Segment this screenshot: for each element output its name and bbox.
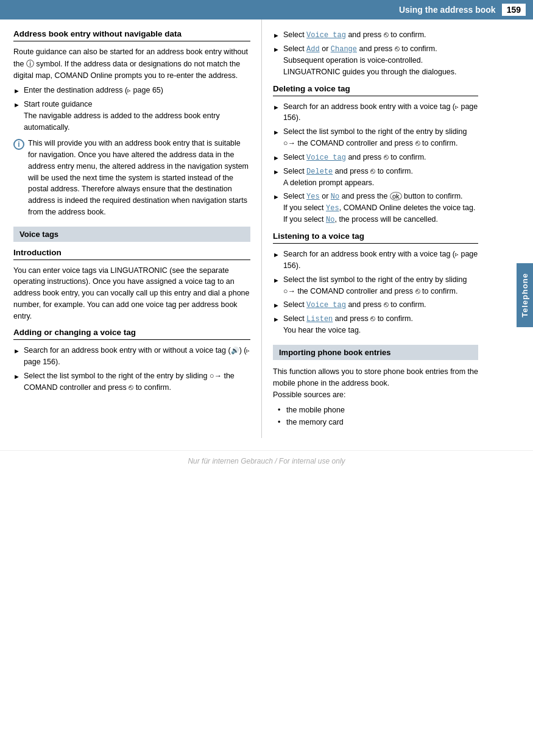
bullet-del-search: ► Search for an address book entry with … xyxy=(273,101,478,124)
introduction-body: You can enter voice tags via LINGUATRONI… xyxy=(13,265,250,322)
bullet-arrow-icon12: ► xyxy=(273,250,280,260)
introduction-heading: Introduction xyxy=(13,248,250,257)
section1-divider xyxy=(13,41,250,41)
bullet-arrow-icon7: ► xyxy=(273,102,280,113)
bullet-lis-voice-tag-text: Select Voice tag and press ⎋ to confirm. xyxy=(283,299,426,311)
bullet-search-voice-text: Search for an address book entry with or… xyxy=(24,345,250,368)
listening-divider xyxy=(273,243,478,244)
dot-list-item: the memory card xyxy=(278,416,478,428)
section1-heading: Address book entry without navigable dat… xyxy=(13,29,250,38)
right-column: ► Select Voice tag and press ⎋ to confir… xyxy=(262,19,509,438)
listening-heading: Listening to a voice tag xyxy=(273,231,478,241)
bullet-start-route: ► Start route guidanceThe navigable addr… xyxy=(13,99,250,133)
bullet-arrow-icon5: ► xyxy=(273,30,280,41)
dot-list: the mobile phone the memory card xyxy=(273,404,478,428)
bullet-lis-listen-text: Select Listen and press ⎋ to confirm.You… xyxy=(283,313,413,336)
header-bar: Using the address book 159 xyxy=(0,0,533,19)
deleting-heading: Deleting a voice tag xyxy=(273,84,478,93)
bullet-del-search-text: Search for an address book entry with a … xyxy=(283,101,478,124)
bullet-arrow-icon3: ► xyxy=(13,346,20,356)
bullet-voice-tag-confirm-text: Select Voice tag and press ⎋ to confirm. xyxy=(283,29,426,41)
bullet-add-change: ► Select Add or Change and press ⎋ to co… xyxy=(273,43,478,78)
info-text: This will provide you with an address bo… xyxy=(28,138,250,217)
section1-body: Route guidance can also be started for a… xyxy=(13,46,250,81)
bullet-voice-tag-confirm: ► Select Voice tag and press ⎋ to confir… xyxy=(273,29,478,41)
dot-list-item: the mobile phone xyxy=(278,404,478,416)
bullet-arrow-icon: ► xyxy=(13,86,20,96)
introduction-divider xyxy=(13,260,250,260)
footer: Nur für internen Gebrauch / For internal… xyxy=(0,450,533,475)
bullet-del-list: ► Select the list symbol to the right of… xyxy=(273,126,478,149)
bullet-del-voice-tag-text: Select Voice tag and press ⎋ to confirm. xyxy=(283,152,426,163)
info-box: i This will provide you with an address … xyxy=(13,138,250,217)
importing-label: Importing phone book entries xyxy=(279,348,390,357)
bullet-del-delete-text: Select Delete and press ⎋ to confirm.A d… xyxy=(283,166,413,189)
bullet-lis-list: ► Select the list symbol to the right of… xyxy=(273,274,478,297)
bullet-arrow-icon15: ► xyxy=(273,314,280,325)
bullet-lis-voice-tag: ► Select Voice tag and press ⎋ to confir… xyxy=(273,299,478,311)
bullet-del-list-text: Select the list symbol to the right of t… xyxy=(283,126,478,149)
header-title: Using the address book xyxy=(399,5,496,15)
bullet-arrow-icon6: ► xyxy=(273,44,280,55)
bullet-arrow-icon9: ► xyxy=(273,153,280,163)
footer-text: Nur für internen Gebrauch / For internal… xyxy=(188,457,345,465)
bullet-arrow-icon10: ► xyxy=(273,167,280,177)
adding-heading: Adding or changing a voice tag xyxy=(13,328,250,337)
bullet-start-route-text: Start route guidanceThe navigable addres… xyxy=(24,99,250,133)
telephone-tab: Telephone xyxy=(517,263,533,327)
bullet-del-voice-tag: ► Select Voice tag and press ⎋ to confir… xyxy=(273,152,478,163)
bullet-del-delete: ► Select Delete and press ⎋ to confirm.A… xyxy=(273,166,478,189)
importing-box: Importing phone book entries xyxy=(273,345,478,360)
left-column: Address book entry without navigable dat… xyxy=(0,19,262,438)
dot-item-memory: the memory card xyxy=(286,418,344,426)
bullet-lis-list-text: Select the list symbol to the right of t… xyxy=(283,274,478,297)
bullet-lis-search-text: Search for an address book entry with a … xyxy=(283,249,478,272)
bullet-select-list-text: Select the list symbol to the right of t… xyxy=(24,370,250,394)
bullet-enter-dest-text: Enter the destination address (▹ page 65… xyxy=(24,85,163,96)
bullet-arrow-icon11: ► xyxy=(273,192,280,202)
info-icon: i xyxy=(13,139,24,150)
importing-body: This function allows you to store phone … xyxy=(273,366,478,400)
bullet-arrow-icon4: ► xyxy=(13,372,20,382)
deleting-divider xyxy=(273,96,478,96)
bullet-del-yes-no: ► Select Yes or No and press the ok butt… xyxy=(273,191,478,225)
bullet-enter-dest: ► Enter the destination address (▹ page … xyxy=(13,85,250,96)
bullet-del-yes-no-text: Select Yes or No and press the ok button… xyxy=(283,191,476,225)
bullet-arrow-icon13: ► xyxy=(273,275,280,286)
dot-item-mobile: the mobile phone xyxy=(286,406,345,414)
main-content: Address book entry without navigable dat… xyxy=(0,19,533,438)
bullet-arrow-icon14: ► xyxy=(273,300,280,311)
bullet-add-change-text: Select Add or Change and press ⎋ to con­… xyxy=(283,43,478,78)
bullet-lis-listen: ► Select Listen and press ⎋ to confirm.Y… xyxy=(273,313,478,336)
bullet-lis-search: ► Search for an address book entry with … xyxy=(273,249,478,272)
bullet-select-list: ► Select the list symbol to the right of… xyxy=(13,370,250,394)
page-number: 159 xyxy=(502,4,526,16)
bullet-arrow-icon2: ► xyxy=(13,100,20,110)
voice-tags-label: Voice tags xyxy=(19,230,58,239)
bullet-arrow-icon8: ► xyxy=(273,127,280,138)
bullet-search-voice: ► Search for an address book entry with … xyxy=(13,345,250,368)
voice-tags-box: Voice tags xyxy=(13,227,250,242)
adding-divider xyxy=(13,339,250,340)
